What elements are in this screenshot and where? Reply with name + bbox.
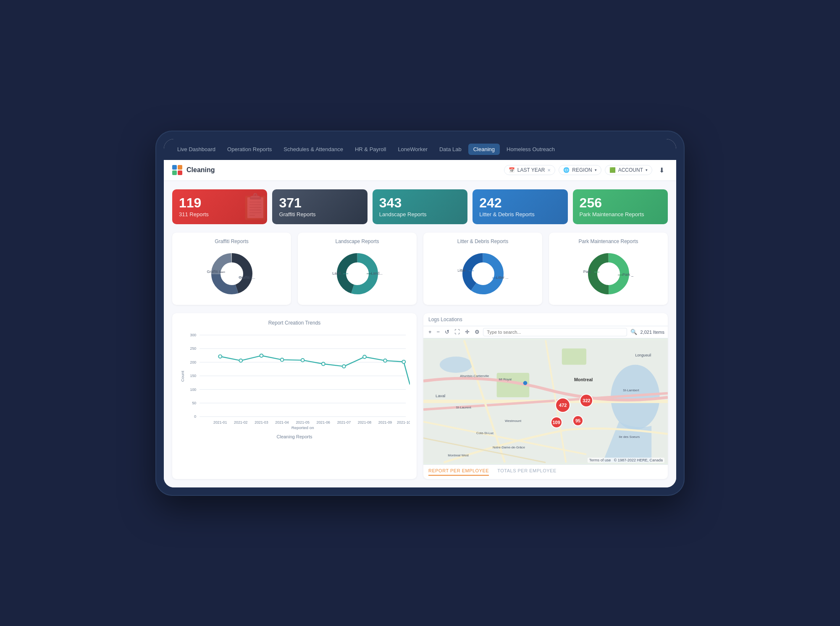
line-chart-title: Report Creation Trends — [179, 320, 410, 326]
svg-text:150: 150 — [190, 374, 197, 378]
svg-text:Westmount: Westmount — [505, 419, 522, 422]
svg-text:2021-06: 2021-06 — [317, 420, 330, 424]
app-header: Cleaning 📅 LAST YEAR ✕🌐 REGION ▾🟩 ACCOUN… — [164, 160, 676, 181]
svg-point-88 — [523, 381, 528, 385]
svg-point-10 — [346, 263, 368, 285]
svg-text:2021-07: 2021-07 — [337, 420, 351, 424]
chip-label: LAST YEAR — [517, 167, 545, 173]
stat-card-311[interactable]: 📋 119 311 Reports — [172, 189, 267, 224]
svg-text:100: 100 — [190, 387, 197, 391]
svg-point-67 — [440, 356, 472, 373]
svg-text:Longueuil: Longueuil — [635, 353, 651, 357]
svg-text:Notre-Dame-de-Grâce: Notre-Dame-de-Grâce — [493, 445, 525, 449]
logo-cell — [172, 170, 177, 175]
nav-item-cleaning[interactable]: Cleaning — [468, 144, 500, 155]
park-chart-title: Park Maintenance Reports — [555, 238, 662, 244]
map-search-input[interactable] — [483, 328, 627, 336]
bottom-row: Report Creation Trends 300 250 200 — [172, 313, 668, 479]
graffiti-chart-card: Graffiti Reports Graffiti I... Graffiti … — [172, 233, 291, 305]
nav-item-data-lab[interactable]: Data Lab — [434, 144, 467, 155]
filter-chip-region[interactable]: 🌐 REGION ▾ — [559, 165, 601, 175]
nav-item-homeless-outreach[interactable]: Homeless Outreach — [501, 144, 560, 155]
main-content: 📋 119 311 Reports 371 Graffiti Reports 3… — [164, 181, 676, 487]
svg-point-56 — [239, 359, 242, 362]
svg-text:St-Laurent: St-Laurent — [456, 406, 472, 409]
svg-text:Park ...: Park ... — [583, 270, 595, 274]
svg-text:Ahuntsic-Cartierville: Ahuntsic-Cartierville — [460, 374, 489, 377]
stat-label: Landscape Reports — [379, 211, 461, 217]
nav-item-loneworker[interactable]: LoneWorker — [393, 144, 433, 155]
chip-icon: 🌐 — [563, 167, 570, 173]
tab-report-per-employee[interactable]: REPORT PER EMPLOYEE — [428, 468, 489, 476]
map-cluster-109[interactable]: 109 — [551, 416, 562, 428]
chip-label: REGION — [572, 167, 592, 173]
svg-text:Litter ...: Litter ... — [496, 275, 508, 280]
chip-chevron: ▾ — [646, 168, 648, 172]
svg-text:250: 250 — [190, 346, 197, 351]
chip-close[interactable]: ✕ — [547, 168, 551, 173]
svg-text:Graffiti I...: Graffiti I... — [239, 275, 255, 280]
stat-number: 343 — [379, 196, 461, 210]
search-icon: 🔍 — [629, 328, 639, 336]
map-cluster-95[interactable]: 95 — [572, 415, 583, 426]
stat-cards-row: 📋 119 311 Reports 371 Graffiti Reports 3… — [172, 189, 668, 224]
download-button[interactable]: ⬇ — [656, 165, 668, 176]
screen: Live DashboardOperation ReportsSchedules… — [164, 139, 676, 487]
device-frame: Live DashboardOperation ReportsSchedules… — [155, 131, 685, 496]
nav-item-live-dashboard[interactable]: Live Dashboard — [172, 144, 220, 155]
svg-point-17 — [472, 263, 494, 285]
nav-item-schedules-&-attendance[interactable]: Schedules & Attendance — [278, 144, 348, 155]
svg-text:Land...: Land... — [371, 271, 383, 275]
svg-text:Land...: Land... — [332, 271, 344, 275]
svg-text:50: 50 — [192, 401, 196, 405]
chip-label: ACCOUNT — [618, 167, 643, 173]
graffiti-donut: Graffiti I... Graffiti I... — [178, 249, 285, 299]
svg-text:Litter ...: Litter ... — [458, 268, 470, 272]
park-chart-card: Park Maintenance Reports Park ... Park _ — [549, 233, 668, 305]
line-chart-svg: 300 250 200 150 100 50 0 Count 2021-01 2… — [179, 330, 410, 431]
park-donut: Park ... Park _ — [555, 249, 662, 299]
stat-card-landscape[interactable]: 343 Landscape Reports — [373, 189, 467, 224]
zoom-out-button[interactable]: − — [435, 328, 442, 336]
logo-cell — [178, 165, 182, 170]
layers-button[interactable]: ⚙ — [473, 328, 481, 336]
landscape-chart-card: Landscape Reports Land... Land... — [298, 233, 417, 305]
svg-text:St-Lambert: St-Lambert — [623, 388, 639, 392]
reset-button[interactable]: ↺ — [443, 328, 451, 336]
svg-point-57 — [260, 354, 263, 357]
svg-text:Reported on: Reported on — [291, 425, 314, 430]
stat-card-litter[interactable]: 242 Litter & Debris Reports — [472, 189, 567, 224]
tab-totals-per-employee[interactable]: TOTALS PER EMPLOYEE — [497, 468, 556, 476]
svg-point-64 — [402, 360, 405, 363]
svg-text:2021-05: 2021-05 — [296, 420, 309, 424]
zoom-in-button[interactable]: + — [427, 328, 433, 336]
donut-charts-row: Graffiti Reports Graffiti I... Graffiti … — [172, 233, 668, 305]
svg-point-61 — [342, 364, 346, 368]
stat-card-park[interactable]: 256 Park Maintenance Reports — [573, 189, 668, 224]
litter-chart-title: Litter & Debris Reports — [429, 238, 536, 244]
locate-button[interactable]: ✛ — [463, 328, 471, 336]
filter-chip-last-year[interactable]: 📅 LAST YEAR ✕ — [504, 165, 556, 175]
logo-cell — [172, 165, 177, 170]
svg-text:2021-08: 2021-08 — [358, 420, 371, 424]
svg-point-60 — [322, 362, 325, 365]
svg-point-63 — [383, 359, 387, 362]
map-cluster-322[interactable]: 322 — [580, 394, 593, 407]
map-cluster-472[interactable]: 472 — [555, 398, 570, 413]
litter-donut: Litter ... Litter ... — [429, 249, 536, 299]
svg-text:Laval: Laval — [436, 393, 445, 398]
map-item-count: 2,021 Items — [640, 330, 664, 335]
map-area[interactable]: Laval Ahuntsic-Cartierville Mt Royal Mon… — [423, 338, 668, 464]
svg-text:Mt Royal: Mt Royal — [499, 377, 512, 381]
chip-icon: 🟩 — [609, 167, 616, 173]
fullscreen-button[interactable]: ⛶ — [453, 328, 462, 336]
nav-bar: Live DashboardOperation ReportsSchedules… — [164, 139, 676, 160]
nav-item-operation-reports[interactable]: Operation Reports — [222, 144, 277, 155]
svg-text:Montreal: Montreal — [574, 377, 593, 382]
nav-item-hr-&-payroll[interactable]: HR & Payroll — [350, 144, 391, 155]
litter-chart-card: Litter & Debris Reports Litter ... Litte… — [423, 233, 542, 305]
stat-card-graffiti[interactable]: 371 Graffiti Reports — [272, 189, 367, 224]
svg-rect-69 — [562, 348, 586, 364]
svg-point-3 — [221, 263, 243, 285]
filter-chip-account[interactable]: 🟩 ACCOUNT ▾ — [605, 165, 652, 175]
